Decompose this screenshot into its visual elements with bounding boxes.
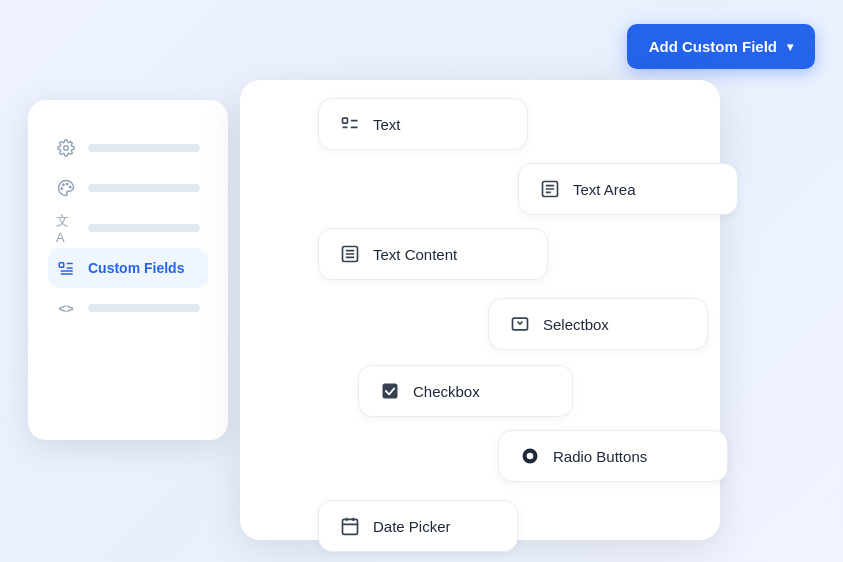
field-item-datepicker[interactable]: Date Picker	[318, 500, 518, 552]
sidebar-label-bar	[88, 144, 200, 152]
sidebar-label-bar	[88, 184, 200, 192]
svg-point-3	[63, 184, 65, 186]
add-custom-field-button[interactable]: Add Custom Field ▾	[627, 24, 815, 69]
sidebar-panel: 文A Custom Fields <>	[28, 100, 228, 440]
svg-rect-13	[343, 519, 358, 534]
field-textarea-label: Text Area	[573, 181, 636, 198]
svg-rect-5	[59, 263, 64, 268]
textarea-field-icon	[539, 178, 561, 200]
field-item-checkbox[interactable]: Checkbox	[358, 365, 573, 417]
field-checkbox-label: Checkbox	[413, 383, 480, 400]
field-radio-label: Radio Buttons	[553, 448, 647, 465]
sidebar-item-translate[interactable]: 文A	[48, 208, 208, 248]
field-item-text[interactable]: Text	[318, 98, 528, 150]
add-custom-field-label: Add Custom Field	[649, 38, 777, 55]
sidebar-label-bar	[88, 304, 200, 312]
svg-point-1	[66, 183, 68, 185]
text-field-icon	[339, 113, 361, 135]
selectbox-field-icon	[509, 313, 531, 335]
sidebar-item-palette[interactable]	[48, 168, 208, 208]
sidebar-item-custom-fields[interactable]: Custom Fields	[48, 248, 208, 288]
sidebar-item-settings[interactable]	[48, 128, 208, 168]
sidebar-item-code[interactable]: <>	[48, 288, 208, 328]
chevron-down-icon: ▾	[787, 40, 793, 54]
code-icon: <>	[56, 298, 76, 318]
field-text-label: Text	[373, 116, 401, 133]
field-item-selectbox[interactable]: Selectbox	[488, 298, 708, 350]
datepicker-field-icon	[339, 515, 361, 537]
svg-point-2	[69, 186, 71, 188]
svg-rect-10	[383, 384, 398, 399]
svg-point-4	[61, 188, 63, 190]
gear-icon	[56, 138, 76, 158]
field-item-radio[interactable]: Radio Buttons	[498, 430, 728, 482]
svg-point-12	[527, 453, 534, 460]
svg-point-0	[64, 146, 69, 151]
field-item-textarea[interactable]: Text Area	[518, 163, 738, 215]
content-field-icon	[339, 243, 361, 265]
translate-icon: 文A	[56, 218, 76, 238]
field-item-content[interactable]: Text Content	[318, 228, 548, 280]
checkbox-field-icon	[379, 380, 401, 402]
radio-field-icon	[519, 445, 541, 467]
sidebar-label-bar	[88, 224, 200, 232]
custom-fields-icon	[56, 258, 76, 278]
palette-icon	[56, 178, 76, 198]
sidebar-item-label: Custom Fields	[88, 260, 184, 276]
svg-rect-6	[343, 118, 348, 123]
field-content-label: Text Content	[373, 246, 457, 263]
field-selectbox-label: Selectbox	[543, 316, 609, 333]
field-datepicker-label: Date Picker	[373, 518, 451, 535]
